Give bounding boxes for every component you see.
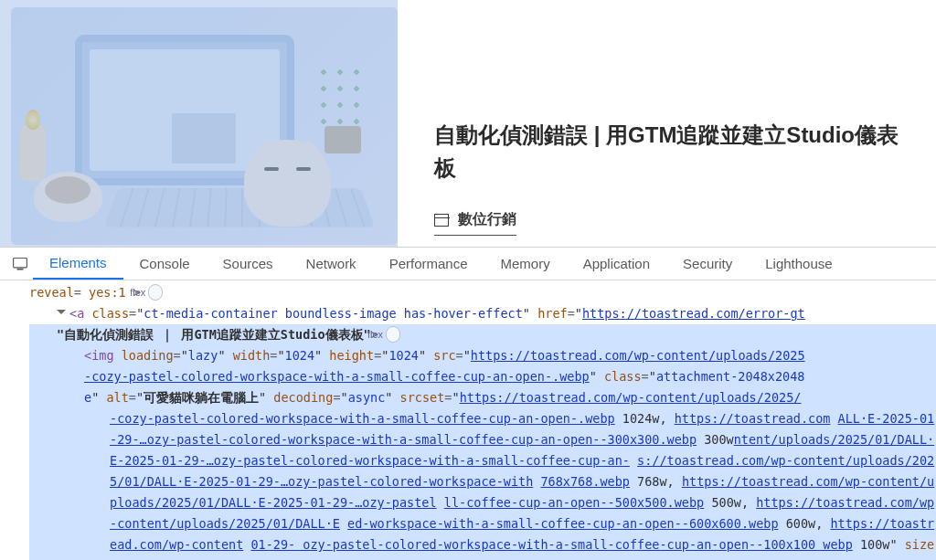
devtools-tab-elements[interactable]: Elements [33, 248, 123, 280]
category-link[interactable]: 數位行銷 [434, 210, 516, 236]
srcset-link[interactable]: ll-coffee-cup-an-open--500x500.webp [444, 495, 704, 510]
mug-shape [34, 172, 102, 222]
dom-node-img-l2[interactable]: -cozy-pastel-colored-workspace-with-a-sm… [29, 366, 936, 387]
candle-shape [20, 126, 46, 181]
article-meta: 自動化偵測錯誤 | 用GTM追蹤並建立Studio儀表板 數位行銷 [398, 0, 936, 247]
devtools-tab-console[interactable]: Console [123, 248, 207, 280]
srcset-link[interactable]: -cozy-pastel-colored-workspace-with-a-sm… [110, 411, 615, 426]
devtools-tab-network[interactable]: Network [290, 248, 373, 280]
srcset-link[interactable]: 01-29- ozy-pastel-colored-workspace-with… [250, 537, 852, 552]
devtools-tab-performance[interactable]: Performance [373, 248, 484, 280]
caret-down-icon[interactable] [57, 310, 66, 319]
article-title[interactable]: 自動化偵測錯誤 | 用GTM追蹤並建立Studio儀表板 [434, 119, 909, 185]
dom-node-img-l3[interactable]: e" alt="可愛貓咪躺在電腦上" decoding="async" srcs… [29, 387, 936, 408]
flex-badge[interactable]: flex [386, 326, 400, 343]
elements-tree[interactable]: reveal= yes:1 > flex <a class="ct-media-… [0, 280, 936, 560]
plant-shape [315, 62, 370, 153]
src-link[interactable]: https://toastread.com/wp-content/uploads… [471, 348, 805, 363]
devtools-inspect-icon[interactable] [7, 248, 33, 280]
dom-node-a[interactable]: <a class="ct-media-container boundless-i… [29, 303, 936, 324]
srcset-link[interactable]: 768x768.webp [540, 474, 630, 489]
webpage-preview: 自動化偵測錯誤 | 用GTM追蹤並建立Studio儀表板 數位行銷 [0, 0, 936, 247]
article-thumbnail[interactable] [11, 7, 398, 245]
dom-node-img-srcset[interactable]: -cozy-pastel-colored-workspace-with-a-sm… [29, 408, 936, 560]
href-link[interactable]: https://toastread.com/error-gt [582, 306, 805, 321]
devtools-tab-application[interactable]: Application [567, 248, 666, 280]
archive-icon [434, 214, 449, 227]
srcset-link[interactable]: https://toastread.com [675, 411, 831, 426]
cat-shape [244, 140, 331, 227]
dom-node-partial[interactable]: reveal= yes:1 > flex [29, 282, 936, 303]
svg-rect-0 [14, 258, 27, 268]
dom-node-img[interactable]: <img loading="lazy" width="1024" height=… [29, 345, 936, 366]
svg-rect-1 [17, 268, 24, 269]
devtools-tab-memory[interactable]: Memory [484, 248, 567, 280]
devtools-tab-lighthouse[interactable]: Lighthouse [749, 248, 848, 280]
flex-badge[interactable]: flex [148, 284, 163, 301]
devtools-tab-sources[interactable]: Sources [207, 248, 290, 280]
devtools-panel: ElementsConsoleSourcesNetworkPerformance… [0, 247, 936, 560]
dom-node-a-text-selected[interactable]: "自動化偵測錯誤 ｜ 用GTM追蹤並建立Studio儀表板"> flex [29, 324, 936, 345]
category-label: 數位行銷 [458, 210, 516, 229]
keyboard-shape [104, 188, 376, 227]
devtools-tabbar: ElementsConsoleSourcesNetworkPerformance… [0, 248, 936, 280]
thumbnail-illustration [20, 16, 388, 236]
srcset-link[interactable]: ed-workspace-with-a-small-coffee-cup-an-… [347, 516, 778, 531]
devtools-tab-security[interactable]: Security [666, 248, 749, 280]
